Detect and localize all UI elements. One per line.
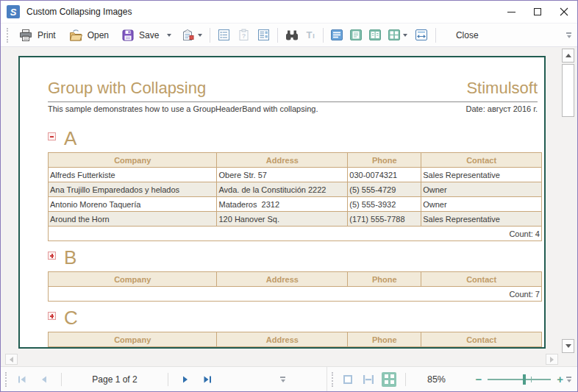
thumbnails-panel-button[interactable] (254, 26, 274, 45)
zoom-overflow-button[interactable] (566, 377, 571, 382)
expand-icon[interactable] (48, 312, 56, 320)
toolbar-separator (210, 28, 210, 43)
next-page-button[interactable] (176, 371, 194, 388)
column-header: Phone (348, 272, 421, 287)
overflow-bar-icon (566, 377, 571, 378)
group-table: CompanyAddressPhoneContactCount: 5 (48, 332, 542, 349)
column-header: Contact (421, 332, 542, 347)
table-row: Antonio Moreno TaqueríaMataderos 2312(5)… (49, 197, 542, 212)
report-page: Group with Collapsing Stimulsoft This sa… (18, 56, 546, 349)
view-single-page-button[interactable] (327, 26, 346, 45)
column-header: Address (217, 153, 348, 168)
group-letter: C (64, 308, 78, 327)
arrow-left-icon (10, 357, 13, 363)
scroll-right-button[interactable] (546, 354, 558, 365)
view-page-width-icon (415, 29, 428, 40)
close-viewer-label: Close (456, 30, 479, 40)
view-continuous-button[interactable] (346, 26, 365, 45)
zoom-in-button[interactable]: + (554, 374, 566, 385)
page-navigation-toolbar: Page 1 of 2 (1, 367, 327, 391)
table-cell: Ana Trujillo Emparedados y helados (49, 182, 217, 197)
find-button[interactable] (282, 26, 302, 45)
group-section: ACompanyAddressPhoneContactAlfreds Futte… (48, 129, 538, 241)
minimize-icon (507, 12, 515, 13)
zoom-out-button[interactable]: − (472, 374, 485, 385)
report-title: Group with Collapsing (48, 79, 206, 97)
minimize-button[interactable] (498, 1, 524, 23)
collapse-icon[interactable] (48, 132, 56, 140)
overflow-bar-icon (280, 377, 285, 378)
scrollbar-thumb[interactable] (562, 64, 574, 117)
view-multiple-pages-button[interactable] (385, 26, 411, 45)
next-page-icon (182, 376, 189, 383)
zoom-slider[interactable] (488, 372, 551, 387)
group-section: BCompanyAddressPhoneContactCount: 7 (48, 248, 538, 302)
toolbar-grip[interactable] (7, 28, 8, 43)
print-button[interactable]: Print (13, 26, 63, 45)
statusbar-grip[interactable] (332, 372, 333, 387)
toolbar-overflow-button[interactable] (566, 32, 571, 38)
view-page-width-button[interactable] (411, 26, 432, 45)
group-count: Count: 7 (49, 287, 542, 302)
zoom-page-width-button[interactable] (360, 371, 377, 388)
zoom-one-page-button[interactable] (339, 371, 357, 388)
vertical-scrollbar[interactable] (562, 49, 574, 353)
close-icon (560, 7, 568, 16)
previous-page-button[interactable] (35, 371, 53, 388)
open-label: Open (88, 30, 109, 40)
report-groups: ACompanyAddressPhoneContactAlfreds Futte… (48, 129, 538, 349)
statusbar-separator (168, 373, 168, 386)
view-multiple-pages-icon (388, 29, 400, 40)
report-date: Date: август 2016 г. (465, 104, 538, 114)
close-button[interactable] (551, 1, 577, 23)
slider-track[interactable] (488, 379, 551, 380)
zoom-multiple-pages-button[interactable] (380, 371, 398, 388)
text-editor-button[interactable]: TI (302, 26, 318, 45)
header-rule (48, 101, 538, 102)
column-header: Address (217, 272, 348, 287)
report-subheader: This sample demonstrates how to use a Gr… (48, 104, 538, 114)
svg-text:?: ? (242, 32, 246, 40)
table-cell: (5) 555-3932 (348, 197, 421, 212)
first-page-button[interactable] (13, 371, 31, 388)
expand-icon[interactable] (48, 252, 56, 260)
overflow-chevron-icon (567, 379, 571, 382)
close-viewer-button[interactable]: Close (440, 26, 495, 45)
export-button[interactable] (178, 26, 206, 45)
table-cell: (5) 555-4729 (348, 182, 421, 197)
statusbar-grip[interactable] (5, 372, 7, 387)
last-page-button[interactable] (199, 371, 216, 388)
table-cell: 030-0074321 (348, 168, 421, 182)
scroll-left-button[interactable] (5, 354, 18, 365)
column-header: Contact (421, 153, 542, 168)
zoom-level: 85% (422, 374, 450, 385)
open-button[interactable]: Open (63, 26, 115, 45)
save-button[interactable]: Save (115, 26, 178, 45)
nav-overflow-button[interactable] (280, 377, 285, 382)
column-header: Address (217, 332, 348, 347)
find-icon (285, 30, 299, 40)
parameters-panel-button[interactable]: ? (234, 26, 254, 45)
column-header: Phone (348, 153, 421, 168)
zoom-one-page-icon (343, 375, 352, 384)
bookmarks-panel-button[interactable] (214, 26, 234, 45)
column-header: Company (49, 272, 217, 287)
slider-thumb[interactable] (523, 374, 526, 385)
arrow-up-icon (565, 54, 571, 57)
maximize-button[interactable] (524, 1, 551, 23)
table-cell: Mataderos 2312 (217, 197, 348, 212)
statusbar-separator (405, 373, 406, 386)
table-cell: Obere Str. 57 (217, 168, 348, 182)
view-two-pages-button[interactable] (365, 26, 385, 45)
column-header-row: CompanyAddressPhoneContact (49, 153, 542, 168)
group-count: Count: 5 (49, 347, 542, 349)
group-letter: B (64, 248, 76, 267)
export-dropdown-caret-icon (198, 34, 202, 37)
group-header: C (48, 308, 538, 327)
view-single-page-icon (331, 29, 343, 40)
toolbar-separator (277, 28, 278, 43)
scroll-down-button[interactable] (562, 339, 574, 353)
scroll-up-button[interactable] (562, 49, 574, 63)
report-brand: Stimulsoft (466, 79, 538, 97)
group-header: B (48, 248, 538, 267)
